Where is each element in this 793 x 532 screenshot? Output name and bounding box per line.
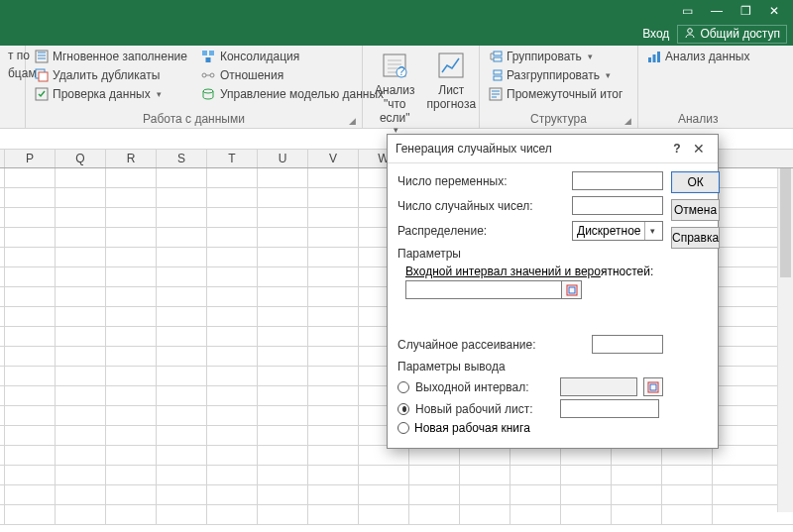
col-header[interactable]: U — [258, 150, 308, 167]
vertical-scrollbar[interactable] — [777, 168, 793, 512]
svg-rect-3 — [39, 72, 48, 81]
window-title-bar: ▭ — ❐ ✕ — [0, 0, 793, 22]
output-range-label: Выходной интервал: — [415, 380, 554, 394]
analysis-group-label: Анализ — [678, 112, 719, 126]
svg-rect-22 — [657, 52, 660, 62]
svg-rect-17 — [494, 70, 502, 74]
subtotal-button[interactable]: Промежуточный итог — [486, 85, 624, 102]
data-validation-button[interactable]: Проверка данных▾ — [32, 85, 189, 102]
col-header[interactable]: Q — [56, 150, 106, 167]
svg-rect-7 — [206, 57, 211, 62]
relationships-button[interactable]: Отношения — [199, 66, 386, 83]
num-random-input[interactable] — [572, 196, 663, 215]
col-header[interactable]: S — [157, 150, 207, 167]
new-worksheet-label: Новый рабочий лист: — [415, 402, 554, 416]
data-validation-icon — [34, 86, 49, 101]
svg-text:?: ? — [398, 64, 405, 78]
svg-rect-16 — [494, 57, 502, 61]
output-range-radio[interactable] — [397, 381, 409, 393]
flash-fill-button[interactable]: Мгновенное заполнение — [32, 48, 189, 64]
close-window-icon[interactable]: ✕ — [769, 4, 779, 18]
restore-icon[interactable]: ❐ — [740, 4, 751, 18]
dialog-title-bar[interactable]: Генерация случайных чисел ? ✕ — [388, 135, 718, 163]
svg-rect-6 — [209, 51, 214, 55]
num-variables-input[interactable] — [572, 171, 663, 190]
new-worksheet-radio[interactable] — [397, 403, 409, 415]
random-number-generation-dialog: Генерация случайных чисел ? ✕ Число пере… — [387, 134, 719, 449]
ribbon: т по бцам Мгновенное заполнение Удалить … — [0, 46, 793, 129]
help-button[interactable]: Справка — [671, 227, 720, 249]
col-header[interactable]: V — [308, 150, 359, 167]
relationships-icon — [201, 67, 216, 82]
remove-duplicates-icon — [34, 67, 49, 82]
svg-rect-15 — [494, 52, 502, 55]
ungroup-icon — [488, 67, 503, 82]
minimize-icon[interactable]: — — [711, 4, 723, 18]
subtotal-icon — [488, 86, 503, 101]
random-seed-input[interactable] — [592, 335, 663, 354]
consolidate-icon — [201, 49, 216, 63]
new-workbook-label: Новая рабочая книга — [414, 421, 530, 435]
svg-point-9 — [210, 73, 214, 77]
parameters-heading: Параметры — [397, 247, 663, 261]
ribbon-options-icon[interactable]: ▭ — [682, 4, 693, 18]
ok-button[interactable]: ОК — [671, 171, 720, 193]
outline-group-label: Структура — [530, 112, 587, 126]
data-analysis-button[interactable]: Анализ данных — [644, 48, 751, 64]
dialog-close-icon[interactable]: ✕ — [688, 141, 710, 157]
ungroup-button[interactable]: Разгруппировать▾ — [486, 66, 624, 83]
data-analysis-icon — [646, 49, 661, 63]
col-header[interactable]: P — [5, 150, 56, 167]
new-worksheet-input[interactable] — [560, 399, 659, 418]
num-random-label: Число случайных чисел: — [397, 199, 566, 213]
svg-point-8 — [202, 73, 206, 77]
account-bar: Вход Общий доступ — [0, 22, 793, 46]
col-header[interactable]: R — [106, 150, 157, 167]
dialog-title: Генерация случайных чисел — [396, 142, 666, 156]
svg-point-0 — [688, 28, 693, 33]
share-button[interactable]: Общий доступ — [677, 25, 787, 44]
forecast-sheet-button[interactable]: Лист прогноза — [421, 48, 483, 113]
range-picker-icon[interactable] — [562, 280, 582, 299]
svg-rect-26 — [650, 384, 656, 390]
data-tools-group-label: Работа с данными — [143, 112, 245, 126]
outline-launcher-icon[interactable]: ◢ — [624, 116, 631, 126]
svg-rect-18 — [494, 76, 502, 80]
data-tools-launcher-icon[interactable]: ◢ — [349, 116, 356, 126]
remove-duplicates-button[interactable]: Удалить дубликаты — [32, 66, 189, 83]
num-variables-label: Число переменных: — [397, 174, 566, 188]
input-range-label: Входной интервал значений и вероятностей… — [405, 265, 663, 278]
output-options-heading: Параметры вывода — [397, 360, 663, 373]
data-model-icon — [201, 86, 216, 101]
manage-data-model-button[interactable]: Управление моделью данных — [199, 85, 386, 102]
output-range-picker-icon[interactable] — [643, 377, 663, 396]
forecast-icon — [435, 50, 467, 81]
sign-in-button[interactable]: Вход — [634, 25, 677, 43]
svg-rect-5 — [202, 51, 207, 55]
svg-rect-24 — [569, 287, 575, 293]
svg-point-10 — [203, 89, 213, 93]
whatif-analysis-button[interactable]: ? Анализ "что если"▾ — [369, 48, 421, 137]
svg-rect-21 — [652, 54, 655, 62]
new-workbook-radio[interactable] — [397, 422, 409, 434]
share-icon — [684, 27, 696, 42]
random-seed-label: Случайное рассеивание: — [397, 338, 586, 352]
svg-rect-14 — [439, 53, 463, 77]
input-range-input[interactable] — [405, 280, 562, 299]
output-range-input — [560, 377, 637, 396]
group-button[interactable]: Группировать▾ — [486, 48, 624, 64]
consolidate-button[interactable]: Консолидация — [199, 48, 386, 64]
col-header[interactable]: T — [207, 150, 258, 167]
dialog-help-icon[interactable]: ? — [666, 142, 688, 156]
flash-fill-icon — [34, 49, 49, 63]
distribution-select[interactable]: Дискретное ▾ — [572, 221, 663, 241]
group-icon — [488, 49, 503, 63]
distribution-label: Распределение: — [397, 224, 566, 238]
svg-rect-20 — [648, 57, 651, 62]
whatif-icon: ? — [379, 50, 410, 81]
chevron-down-icon: ▾ — [644, 222, 660, 240]
cancel-button[interactable]: Отмена — [671, 199, 720, 221]
